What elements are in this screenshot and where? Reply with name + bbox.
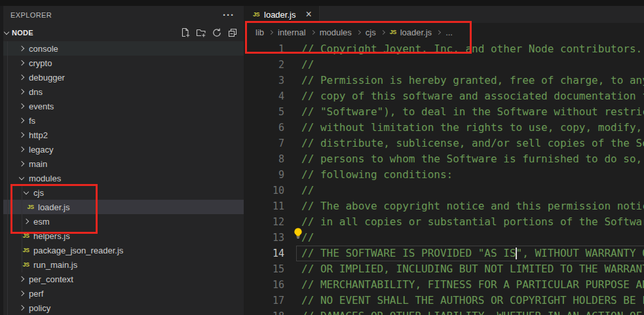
tree-item-main[interactable]: main (0, 157, 244, 171)
indent-guide (22, 186, 22, 272)
tree-item-helpers-js[interactable]: JShelpers.js (0, 229, 244, 243)
chevron-right-icon (18, 276, 24, 282)
tree-item-run-main-js[interactable]: JSrun_main.js (0, 257, 244, 272)
code-line[interactable]: 16// MERCHANTABILITY, FITNESS FOR A PART… (244, 277, 644, 293)
tree-item-label: crypto (29, 58, 52, 68)
code-line-text[interactable]: // copy of this software and associated … (296, 88, 644, 104)
tree-item-slot: JS (25, 204, 36, 210)
breadcrumb-item[interactable]: cjs (366, 28, 376, 37)
code-line[interactable]: 14// THE SOFTWARE IS PROVIDED "AS IS", W… (244, 246, 644, 261)
tree-item-slot (16, 104, 27, 108)
code-line-text[interactable]: // Permission is hereby granted, free of… (296, 73, 644, 88)
code-line[interactable]: 9// following conditions: (244, 167, 644, 183)
new-folder-icon[interactable] (196, 28, 206, 38)
tree-item-slot (16, 133, 27, 137)
code-line[interactable]: 10// (244, 183, 644, 198)
tree-item-modules[interactable]: modules (0, 171, 244, 185)
line-number: 9 (244, 167, 284, 183)
chevron-right-icon (18, 103, 24, 109)
tree-item-debugger[interactable]: debugger (0, 70, 244, 84)
tree-item-fs[interactable]: fs (0, 113, 244, 128)
tree-item-package-json-reader-js[interactable]: JSpackage_json_reader.js (0, 243, 244, 257)
code-line-text[interactable]: // "Software"), to deal in the Software … (296, 104, 644, 120)
breadcrumb-item[interactable]: lib (256, 28, 264, 37)
code-line[interactable]: 1// Copyright Joyent, Inc. and other Nod… (244, 41, 644, 57)
tree-item-label: debugger (29, 73, 65, 83)
chevron-right-icon (18, 46, 24, 51)
chevron-right-icon (18, 147, 24, 152)
refresh-icon[interactable] (212, 28, 222, 38)
line-number: 5 (244, 104, 284, 120)
breadcrumb-item-label: loader.js (400, 28, 432, 37)
code-line-text[interactable]: // (296, 230, 644, 246)
lightbulb-icon[interactable] (292, 227, 304, 242)
close-tab-icon[interactable]: × (305, 10, 311, 19)
node-section-header[interactable]: NODE (0, 24, 244, 41)
code-line[interactable]: 18// DAMAGES OR OTHER LIABILITY, WHETHER… (244, 308, 644, 315)
title-bar (0, 0, 644, 6)
code-line-text[interactable]: // MERCHANTABILITY, FITNESS FOR A PARTIC… (296, 277, 644, 293)
code-line-text[interactable]: // distribute, sublicense, and/or sell c… (296, 136, 644, 151)
tree-item-label: dns (29, 87, 43, 97)
chevron-down-icon (4, 29, 9, 34)
tree-item-legacy[interactable]: legacy (0, 142, 244, 157)
breadcrumb-item[interactable]: internal (278, 28, 306, 37)
code-line[interactable]: 3// Permission is hereby granted, free o… (244, 73, 644, 88)
tree-item-policy[interactable]: policy (0, 301, 244, 315)
breadcrumb-separator-icon (356, 29, 361, 34)
tree-item-perf[interactable]: perf (0, 286, 244, 301)
code-line-text[interactable]: // in all copies or substantial portions… (296, 214, 644, 230)
tab-loader-js[interactable]: JS loader.js × (244, 6, 320, 23)
line-number: 16 (244, 277, 284, 293)
code-line-text[interactable]: // OR IMPLIED, INCLUDING BUT NOT LIMITED… (296, 261, 644, 277)
code-line[interactable]: 17// NO EVENT SHALL THE AUTHORS OR COPYR… (244, 293, 644, 308)
code-line[interactable]: 15// OR IMPLIED, INCLUDING BUT NOT LIMIT… (244, 261, 644, 277)
tree-item-cjs[interactable]: cjs (0, 185, 244, 200)
more-actions-icon[interactable]: ··· (223, 12, 235, 18)
tree-item-label: cjs (33, 188, 44, 198)
tree-item-crypto[interactable]: crypto (0, 56, 244, 70)
code-line[interactable]: 11// The above copyright notice and this… (244, 198, 644, 214)
tree-item-loader-js[interactable]: JSloader.js (0, 200, 244, 214)
tree-item-http2[interactable]: http2 (0, 128, 244, 142)
tree-item-slot (16, 291, 27, 295)
code-line[interactable]: 5// "Software"), to deal in the Software… (244, 104, 644, 120)
code-line-text[interactable]: // Copyright Joyent, Inc. and other Node… (296, 41, 644, 57)
code-editor[interactable]: 1// Copyright Joyent, Inc. and other Nod… (244, 41, 644, 315)
code-line-text[interactable]: // DAMAGES OR OTHER LIABILITY, WHETHER I… (296, 308, 644, 315)
tree-item-per-context[interactable]: per_context (0, 272, 244, 286)
explorer-header: EXPLORER ··· (0, 6, 244, 24)
tree-item-esm[interactable]: esm (0, 214, 244, 229)
tree-item-label: legacy (29, 145, 54, 155)
collapse-all-icon[interactable] (227, 28, 238, 38)
breadcrumb-item[interactable]: ... (445, 28, 453, 37)
breadcrumb-item-label: modules (320, 28, 352, 37)
tree-item-dns[interactable]: dns (0, 84, 244, 99)
explorer-sidebar: EXPLORER ··· NODE (0, 6, 244, 315)
code-line-text[interactable]: // (296, 183, 644, 198)
line-number: 6 (244, 120, 284, 136)
tree-item-slot (16, 177, 27, 179)
new-file-icon[interactable] (180, 28, 191, 38)
chevron-right-icon (18, 89, 24, 94)
code-line[interactable]: 7// distribute, sublicense, and/or sell … (244, 136, 644, 151)
code-line[interactable]: 4// copy of this software and associated… (244, 88, 644, 104)
breadcrumb-item-label: cjs (366, 28, 376, 37)
code-line[interactable]: 2// (244, 57, 644, 73)
code-line-text[interactable]: // (296, 57, 644, 73)
code-line-text[interactable]: // The above copyright notice and this p… (296, 198, 644, 214)
breadcrumb-item[interactable]: JSloader.js (390, 28, 432, 37)
code-line[interactable]: 6// without limitation the rights to use… (244, 120, 644, 136)
code-line-text[interactable]: // without limitation the rights to use,… (296, 120, 644, 136)
explorer-title: EXPLORER (10, 11, 52, 19)
tree-item-events[interactable]: events (0, 99, 244, 113)
code-line[interactable]: 8// persons to whom the Software is furn… (244, 151, 644, 167)
code-line-text[interactable]: // NO EVENT SHALL THE AUTHORS OR COPYRIG… (296, 293, 644, 308)
tree-item-slot (16, 277, 27, 281)
breadcrumb-item[interactable]: modules (320, 28, 352, 37)
code-line-text[interactable]: // THE SOFTWARE IS PROVIDED "AS IS", WIT… (296, 246, 644, 261)
code-line-text[interactable]: // persons to whom the Software is furni… (296, 151, 644, 167)
chevron-right-icon (18, 305, 24, 310)
code-line-text[interactable]: // following conditions: (296, 167, 644, 183)
tree-item-console[interactable]: console (0, 41, 244, 56)
